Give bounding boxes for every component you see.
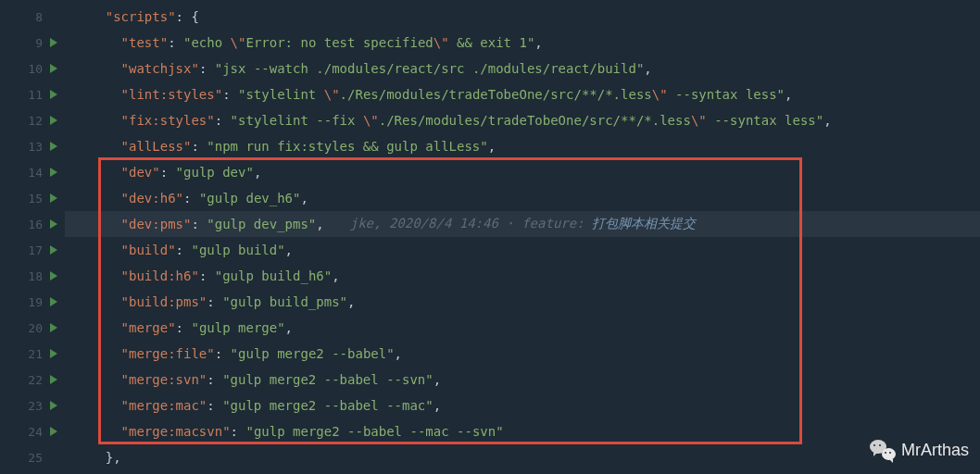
code-token: \": [363, 113, 379, 128]
code-line[interactable]: "build:h6": "gulp build_h6",: [65, 263, 980, 289]
code-token: : {: [176, 9, 199, 24]
code-line[interactable]: "dev:h6": "gulp dev_h6",: [65, 185, 980, 211]
code-token: :: [191, 139, 207, 154]
gutter-row: 12: [0, 107, 65, 133]
run-gutter-icon[interactable]: [50, 271, 57, 281]
code-token: \": [231, 35, 246, 50]
run-gutter-icon[interactable]: [50, 219, 57, 229]
code-token: "gulp merge2 --babel --mac --svn": [245, 424, 503, 439]
code-token: [74, 346, 121, 361]
run-gutter-icon[interactable]: [50, 323, 57, 332]
code-area[interactable]: "scripts": { "test": "echo \"Error: no t…: [65, 0, 980, 474]
run-gutter-icon[interactable]: [50, 168, 57, 177]
code-token: ,: [347, 294, 355, 309]
code-token: ,: [395, 346, 402, 361]
code-token: "gulp dev_pms": [207, 217, 316, 231]
gutter-row: 25: [0, 444, 65, 470]
gutter-row: 14: [0, 159, 65, 185]
run-gutter-icon[interactable]: [50, 349, 57, 358]
code-token: "gulp build_h6": [215, 268, 332, 283]
run-gutter-icon[interactable]: [50, 245, 57, 255]
code-line[interactable]: "merge": "gulp merge",: [65, 315, 980, 341]
code-token: "gulp build_pms": [222, 294, 347, 309]
code-token: :: [168, 35, 183, 50]
gutter-row: 9: [0, 30, 65, 56]
run-gutter-icon[interactable]: [50, 193, 57, 203]
watermark: MrArthas: [870, 439, 969, 461]
code-token: ,: [433, 398, 441, 413]
code-token: [74, 165, 121, 180]
code-token: \": [433, 35, 449, 50]
code-token: "build": [121, 243, 176, 257]
code-token: "dev:h6": [121, 191, 183, 206]
code-token: ,: [300, 191, 308, 206]
code-token: --syntax less": [707, 113, 823, 128]
code-token: ./Res/modules/tradeTobeOne/src/**/*.less: [340, 87, 652, 102]
code-token: :: [207, 398, 222, 413]
code-token: "gulp merge2 --babel": [231, 346, 395, 361]
run-gutter-icon[interactable]: [50, 427, 57, 436]
code-token: "test": [121, 35, 169, 50]
code-token: [74, 424, 121, 439]
code-token: :: [207, 372, 222, 387]
code-line[interactable]: "scripts": {: [65, 4, 980, 30]
code-token: :: [207, 294, 222, 309]
code-token: [74, 9, 106, 24]
gutter-row: 8: [0, 4, 65, 30]
gutter-row: 13: [0, 133, 65, 159]
code-token: :: [183, 191, 199, 206]
run-gutter-icon[interactable]: [50, 297, 57, 306]
code-token: [74, 139, 121, 154]
code-token: Error: no test specified: [245, 35, 433, 50]
line-number: 20: [22, 321, 43, 335]
code-token: "gulp merge2 --babel --mac": [222, 398, 433, 413]
code-editor[interactable]: 8910111213141516171819202122232425 "scri…: [0, 0, 980, 474]
code-line[interactable]: "merge:mac": "gulp merge2 --babel --mac"…: [65, 393, 980, 418]
code-line[interactable]: "dev": "gulp dev",: [65, 159, 980, 185]
code-line[interactable]: "watchjsx": "jsx --watch ./modules/react…: [65, 56, 980, 81]
code-token: \": [324, 87, 340, 102]
run-gutter-icon[interactable]: [50, 401, 57, 410]
code-line[interactable]: "build": "gulp build",: [65, 237, 980, 263]
code-line[interactable]: "test": "echo \"Error: no test specified…: [65, 30, 980, 56]
code-token: ,: [285, 243, 293, 257]
code-token: [74, 191, 121, 206]
code-token: "gulp dev": [176, 165, 254, 180]
run-gutter-icon[interactable]: [50, 38, 57, 47]
code-line[interactable]: },: [65, 444, 980, 470]
code-line[interactable]: "dev:pms": "gulp dev_pms",jke, 2020/8/4 …: [65, 211, 980, 237]
gutter-row: 19: [0, 289, 65, 315]
gutter-row: 22: [0, 367, 65, 393]
code-token: :: [176, 320, 192, 335]
editor-gutter: 8910111213141516171819202122232425: [0, 0, 65, 474]
run-gutter-icon[interactable]: [50, 90, 57, 99]
code-line[interactable]: "lint:styles": "stylelint \"./Res/module…: [65, 81, 980, 107]
code-line[interactable]: "build:pms": "gulp build_pms",: [65, 289, 980, 315]
code-token: [74, 35, 121, 50]
line-number: 9: [22, 36, 43, 50]
code-line[interactable]: "fix:styles": "stylelint --fix \"./Res/m…: [65, 107, 980, 133]
code-token: [74, 243, 121, 257]
code-token: [74, 450, 106, 465]
code-token: "gulp merge2 --babel --svn": [222, 372, 433, 387]
code-line[interactable]: "allLess": "npm run fix:styles && gulp a…: [65, 133, 980, 159]
code-line[interactable]: "merge:svn": "gulp merge2 --babel --svn"…: [65, 367, 980, 393]
run-gutter-icon[interactable]: [50, 142, 57, 151]
line-number: 13: [22, 140, 43, 154]
line-number: 25: [22, 451, 43, 465]
gutter-row: 15: [0, 185, 65, 211]
code-token: :: [199, 61, 215, 76]
code-line[interactable]: "merge:macsvn": "gulp merge2 --babel --m…: [65, 418, 980, 444]
code-token: ,: [433, 372, 441, 387]
code-token: "scripts": [106, 9, 176, 24]
code-line[interactable]: "merge:file": "gulp merge2 --babel",: [65, 341, 980, 367]
run-gutter-icon[interactable]: [50, 64, 57, 73]
code-token: [74, 113, 121, 128]
run-gutter-icon[interactable]: [50, 375, 57, 384]
code-token: "lint:styles": [121, 87, 223, 102]
gutter-row: 18: [0, 263, 65, 289]
line-number: 11: [22, 88, 43, 102]
line-number: 21: [22, 347, 43, 361]
run-gutter-icon[interactable]: [50, 116, 57, 125]
code-token: "npm run fix:styles && gulp allLess": [207, 139, 487, 154]
